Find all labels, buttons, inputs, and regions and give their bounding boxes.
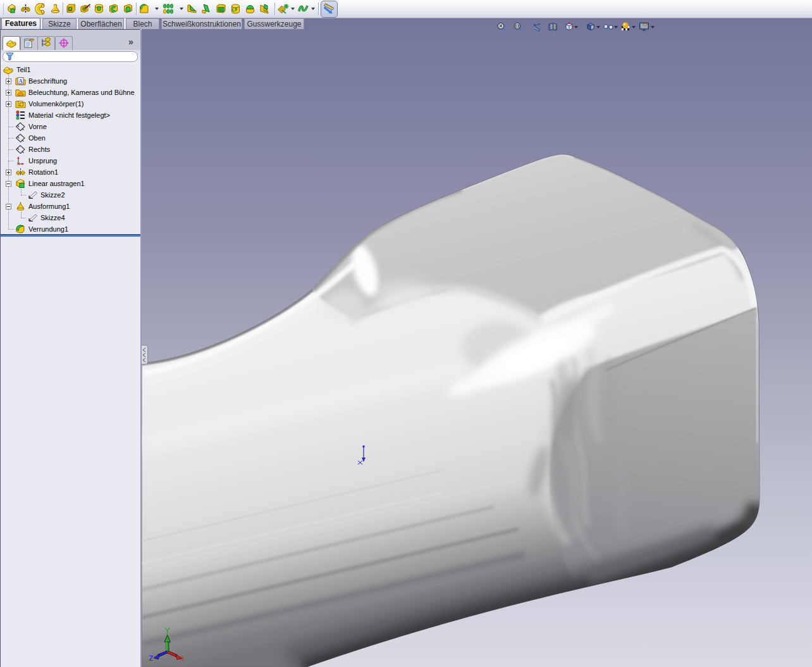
svg-text:A: A	[18, 78, 23, 84]
